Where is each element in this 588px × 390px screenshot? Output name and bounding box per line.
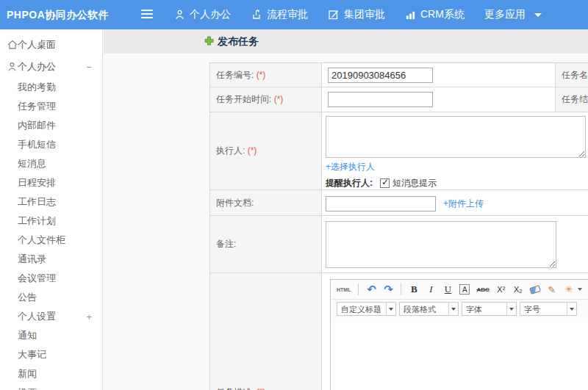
custom-title-select[interactable]: 自定义标题 (337, 302, 396, 316)
sidebar-item-vote[interactable]: 投票 (0, 383, 102, 390)
font-size-select[interactable]: 字号 (520, 302, 577, 316)
sidebar-item-schedule[interactable]: 日程安排 (0, 173, 102, 192)
sidebar-item-desktop[interactable]: 个人桌面 (0, 34, 102, 56)
task-no-label: 任务编号: (216, 70, 254, 80)
sidebar-item-memorabilia[interactable]: 大事记 (0, 345, 102, 364)
subscript-button[interactable]: X₂ (513, 283, 523, 296)
underline-button[interactable]: U (442, 283, 453, 296)
caret-down-icon (534, 13, 542, 17)
sidebar-item-meeting[interactable]: 会议管理 (0, 269, 102, 288)
html-source-button[interactable]: HTML (337, 283, 351, 296)
end-time-label: 任务结束时间: (562, 94, 588, 104)
required-mark: (*) (257, 70, 266, 80)
undo-icon[interactable]: ↶ (366, 283, 376, 296)
font-family-select[interactable]: 字体 (462, 302, 517, 316)
sidebar-item-internal-mail[interactable]: 内部邮件 (0, 116, 102, 135)
attachment-input[interactable] (326, 196, 436, 212)
expand-icon[interactable]: + (86, 311, 92, 322)
nav-personal-office[interactable]: 个人办公 (174, 8, 231, 21)
edit-icon (328, 9, 340, 21)
user-icon (174, 9, 185, 21)
chart-icon (405, 10, 416, 21)
superscript-button[interactable]: X² (496, 283, 506, 296)
home-icon (7, 39, 18, 51)
sidebar-item-notice[interactable]: 通知 (0, 326, 102, 345)
nav-more-apps[interactable]: 更多应用 (484, 8, 542, 21)
remark-label: 备注: (216, 239, 236, 249)
start-time-input[interactable] (328, 92, 433, 107)
task-desc-label: 任务描述: (216, 387, 254, 390)
attachment-label: 附件文档: (216, 198, 254, 208)
italic-button[interactable]: I (426, 283, 436, 296)
publish-task-form: 任务编号: (*) 任务名称: (*) 任务开始时间: (*) 任务结束时间: … (209, 62, 588, 390)
dropdown-caret-icon[interactable] (506, 303, 516, 315)
top-navigation: 个人办公流程审批集团审批CRM系统更多应用 (174, 0, 542, 29)
task-no-input[interactable] (328, 68, 433, 83)
dropdown-caret-icon[interactable] (448, 303, 458, 315)
redo-icon[interactable]: ↷ (383, 283, 393, 296)
sms-remind-label: 短消息提示 (392, 177, 437, 189)
nav-crm-system[interactable]: CRM系统 (405, 8, 465, 21)
paragraph-format-select[interactable]: 段落格式 (399, 302, 459, 316)
sidebar-item-work-plan[interactable]: 工作计划 (0, 212, 102, 231)
task-description-editor-area[interactable] (331, 318, 588, 390)
executor-textarea[interactable] (326, 116, 586, 158)
toolbar-separator (358, 284, 359, 295)
remark-textarea[interactable] (326, 221, 556, 268)
editor-toolbar-row1: HTML↶↷BIUAABCX²X₂✎✳66TA (331, 280, 588, 300)
page-title: 发布任务 (218, 35, 259, 48)
sidebar-item-attendance[interactable]: 我的考勤 (0, 78, 102, 97)
menu-toggle-icon[interactable] (141, 10, 153, 19)
executor-label: 执行人: (216, 145, 245, 156)
dropdown-caret-icon[interactable] (386, 303, 395, 315)
sidebar-item-short-message[interactable]: 短消息 (0, 154, 102, 173)
sms-remind-checkbox[interactable] (380, 178, 390, 188)
collapse-icon[interactable]: − (86, 62, 92, 73)
attachment-upload-link[interactable]: +附件上传 (443, 198, 484, 210)
eraser-icon[interactable] (529, 285, 541, 295)
required-mark: (*) (248, 145, 257, 156)
user-icon (7, 61, 18, 73)
task-name-label: 任务名称: (562, 70, 588, 80)
nav-group-approval[interactable]: 集团审批 (328, 8, 385, 21)
sidebar-item-announcement[interactable]: 公告 (0, 288, 102, 307)
remind-executor-label: 提醒执行人: (326, 177, 373, 189)
top-header: PHPOA协同办公软件 个人办公流程审批集团审批CRM系统更多应用 (0, 0, 588, 29)
sidebar-item-news[interactable]: 新闻 (0, 364, 102, 383)
editor-toolbar-row2: 自定义标题段落格式字体字号 (331, 300, 588, 318)
sidebar-item-contacts[interactable]: 通讯录 (0, 250, 102, 269)
add-task-icon (204, 35, 214, 48)
toolbar-separator (401, 284, 401, 295)
sidebar-item-task-management[interactable]: 任务管理 (0, 97, 102, 116)
dropdown-caret-icon[interactable] (578, 288, 582, 291)
rich-text-editor: HTML↶↷BIUAABCX²X₂✎✳66TA 自定义标题段落格式字体字号 (330, 279, 588, 390)
start-time-label: 任务开始时间: (216, 94, 271, 104)
sidebar-menu: 个人桌面个人办公−我的考勤任务管理内部邮件手机短信短消息日程安排工作日志工作计划… (0, 29, 103, 390)
choose-executor-link[interactable]: +选择执行人 (326, 162, 375, 172)
sidebar-item-mobile-sms[interactable]: 手机短信 (0, 135, 102, 154)
sidebar-item-file-cabinet[interactable]: 个人文件柜 (0, 231, 102, 250)
dropdown-caret-icon[interactable] (567, 303, 576, 315)
required-mark: (*) (274, 94, 284, 104)
approval-icon (251, 9, 262, 21)
sidebar-item-personal-office[interactable]: 个人办公− (0, 56, 102, 78)
sidebar-item-work-log[interactable]: 工作日志 (0, 192, 102, 212)
nav-process-approval[interactable]: 流程审批 (251, 8, 308, 21)
font-style-button[interactable]: A (459, 284, 470, 295)
strikethrough-button[interactable]: ABC (476, 283, 489, 296)
main-content: 发布任务 任务编号: (*) 任务名称: (*) 任务开始时间: (*) 任务结… (104, 29, 588, 390)
required-mark: (*) (257, 387, 266, 390)
app-logo: PHPOA协同办公软件 (7, 0, 109, 29)
sidebar-item-personal-settings[interactable]: 个人设置+ (0, 307, 102, 326)
auto-typeset-icon[interactable]: ✳ (564, 283, 574, 296)
bold-button[interactable]: B (409, 283, 419, 296)
format-brush-icon[interactable]: ✎ (547, 283, 557, 296)
title-band (104, 29, 588, 54)
